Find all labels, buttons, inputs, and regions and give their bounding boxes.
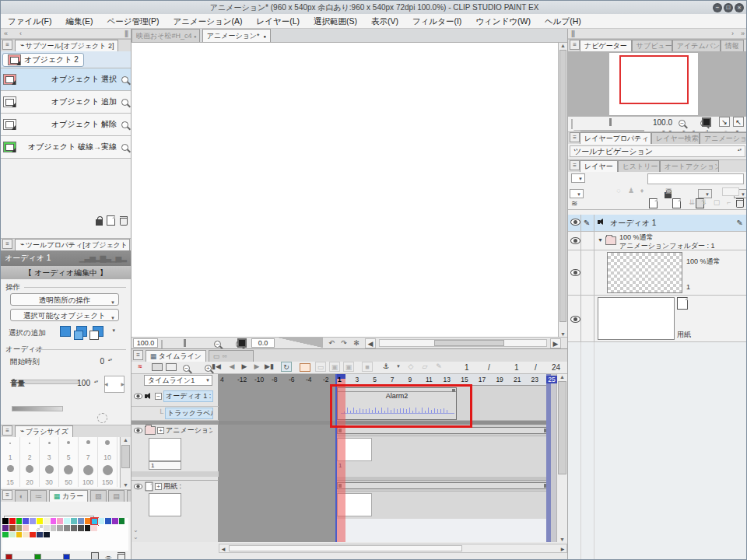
eye-icon[interactable]: [570, 237, 580, 244]
swatch[interactable]: [2, 525, 9, 532]
audio-sublabel-row[interactable]: └ トラックラベル: [132, 407, 219, 421]
swatch[interactable]: [9, 532, 16, 539]
tab-アイテムバンク[interactable]: アイテムバンク: [672, 40, 721, 51]
play-icon[interactable]: ▶: [239, 362, 250, 372]
subtool-item[interactable]: オブジェクト 選択: [1, 68, 131, 91]
cel-layer-name[interactable]: 1: [686, 283, 690, 291]
onion-skin-icon[interactable]: [300, 363, 310, 372]
cel-copy-icon[interactable]: ▣: [329, 362, 340, 372]
tab-subtool[interactable]: ⌁サブツール[オブジェクト 2]: [15, 40, 119, 51]
close-dot-icon[interactable]: ●: [194, 34, 197, 39]
paper-track-label[interactable]: 用紙 :: [163, 481, 181, 492]
new-subtool-icon[interactable]: [107, 215, 115, 226]
swatch[interactable]: [71, 518, 78, 525]
brush-scrollbar[interactable]: ▲ ▼: [120, 437, 131, 488]
zoom-100-icon[interactable]: ↘: [719, 117, 730, 127]
paper-thumbnail[interactable]: [598, 297, 675, 340]
rotate-ccw-icon[interactable]: ↶: [326, 338, 337, 348]
eye-icon[interactable]: [570, 219, 580, 226]
canvas-tab-inactive[interactable]: 映画おそ松#H_c4 ●: [132, 29, 200, 42]
transparent-area-dropdown[interactable]: 透明箇所の操作: [10, 293, 119, 306]
swatch[interactable]: [30, 518, 37, 525]
palette-menu-icon[interactable]: ≡: [2, 239, 12, 249]
swatch[interactable]: [37, 525, 44, 532]
new-layer-icon[interactable]: [649, 198, 658, 208]
delete-layer-icon[interactable]: [736, 198, 744, 208]
palette-menu-icon[interactable]: ≡: [570, 160, 580, 170]
swatch[interactable]: [98, 518, 105, 525]
scroll-up-icon[interactable]: ▲: [121, 437, 131, 443]
cel-edit-icon[interactable]: ▱: [419, 362, 430, 372]
chevron-down-icon[interactable]: ▼: [108, 326, 119, 336]
layer-row-audio[interactable]: ✎ オーディオ 1 ✎: [568, 215, 747, 232]
brush-size-5[interactable]: 5: [59, 437, 79, 462]
eye-icon[interactable]: [570, 316, 580, 323]
brush-size-3[interactable]: 3: [40, 437, 59, 462]
range-end-line[interactable]: [546, 374, 551, 542]
menu-ヘルプ(H)[interactable]: ヘルプ(H): [538, 14, 588, 28]
swatch[interactable]: [44, 518, 51, 525]
scroll-chevrons-icon[interactable]: ⌄⌄: [133, 527, 139, 541]
swatch[interactable]: [30, 525, 37, 532]
swatch[interactable]: [85, 525, 92, 532]
playback-settings-icon[interactable]: ■: [362, 362, 373, 372]
scroll-down-icon[interactable]: ▼: [557, 537, 567, 542]
camera-track-icon[interactable]: ⚓: [381, 362, 391, 372]
quick-swatch[interactable]: [63, 554, 70, 560]
brush-size-30[interactable]: 30: [40, 462, 59, 487]
hscroll-right-icon[interactable]: ▶: [550, 338, 561, 348]
palette-menu-icon[interactable]: ≡: [2, 425, 12, 436]
hscroll-left-icon[interactable]: ◀: [365, 338, 376, 348]
folder-range-bar[interactable]: [337, 427, 549, 434]
menu-選択範囲(S)[interactable]: 選択範囲(S): [307, 14, 364, 28]
selection-add-icon[interactable]: [76, 326, 87, 337]
ink-bottle-icon[interactable]: [91, 552, 99, 560]
dock-grip-icon[interactable]: |||: [571, 29, 574, 38]
tab-レイヤー検索[interactable]: レイヤー検索: [651, 132, 700, 144]
timeline-vscrollbar[interactable]: ▲ ▼: [556, 374, 567, 542]
swatch[interactable]: [16, 525, 23, 532]
new-animation-folder-icon[interactable]: [166, 363, 177, 371]
brush-size-7[interactable]: 7: [79, 437, 98, 462]
tab-レイヤープロパティ[interactable]: レイヤープロパティ: [580, 132, 651, 144]
dock-back-icon[interactable]: ‹: [19, 29, 22, 38]
tab-color-compare[interactable]: ▧: [90, 490, 107, 502]
timeline-hscrollbar[interactable]: ◀ ▶: [219, 544, 567, 553]
swatch[interactable]: [57, 518, 64, 525]
canvas-rotation-value[interactable]: 0.0: [251, 338, 275, 348]
tab-timeline[interactable]: ▦ タイムライン: [146, 350, 206, 362]
last-frame-icon[interactable]: ▶▮: [264, 362, 275, 372]
new-vector-layer-icon[interactable]: [672, 198, 681, 208]
mask-icon[interactable]: ◌: [613, 186, 624, 196]
folder-track-label[interactable]: アニメーションフォルダ: [166, 425, 212, 436]
expand-icon[interactable]: +: [155, 483, 162, 490]
brush-size-2[interactable]: 2: [20, 437, 40, 462]
subtool-item[interactable]: オブジェクト 追加: [1, 91, 131, 114]
audio-track-label[interactable]: オーディオ 1 : 音量: [163, 390, 213, 402]
swatch[interactable]: [37, 532, 44, 539]
paper-range-bar[interactable]: [337, 482, 549, 489]
subtool-item[interactable]: オブジェクト 破線→実線: [1, 136, 131, 159]
brush-size-1[interactable]: 1: [1, 437, 20, 462]
tab-ナビゲーター[interactable]: ナビゲーター: [580, 40, 632, 51]
swatch[interactable]: [85, 518, 92, 525]
swatch[interactable]: [23, 518, 30, 525]
volume-keyframe-box[interactable]: ◀ ▶: [104, 376, 124, 393]
folder-thumbnail[interactable]: [149, 438, 181, 461]
menu-レイヤー(L)[interactable]: レイヤー(L): [249, 14, 307, 28]
swatch[interactable]: [71, 525, 78, 532]
alpha-lock-icon[interactable]: ♟: [626, 186, 637, 196]
swatch[interactable]: [30, 532, 37, 539]
next-frame-icon[interactable]: ▶: [251, 362, 262, 372]
prev-frame-icon[interactable]: ◀: [226, 362, 237, 372]
start-time-value[interactable]: 0: [100, 357, 104, 366]
selection-new-icon[interactable]: [60, 326, 71, 337]
tool-navigation-bar[interactable]: ツールナビゲーション ▴▾: [570, 145, 745, 157]
zoom-out-icon[interactable]: −: [214, 341, 221, 348]
close-button[interactable]: ×: [735, 3, 744, 12]
scroll-down-icon[interactable]: ▼: [559, 331, 567, 337]
apply-mask-icon[interactable]: ⌐: [724, 198, 735, 208]
scroll-down-icon[interactable]: ▼: [121, 482, 131, 488]
folder-open-icon[interactable]: ▼: [598, 237, 603, 243]
selection-remove-icon[interactable]: [93, 326, 103, 337]
